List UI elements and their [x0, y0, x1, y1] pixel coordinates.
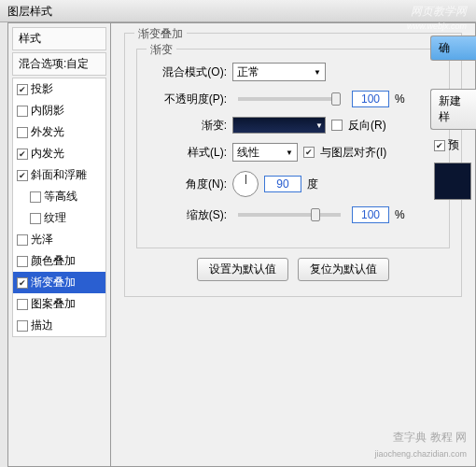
- style-value: 线性: [237, 145, 259, 161]
- preview-label: 预: [448, 137, 459, 153]
- main-panel: 渐变叠加 渐变 混合模式(O): 正常 ▼ 不透明度(P): 100 %: [111, 23, 475, 466]
- preview-swatch: [434, 163, 471, 200]
- style-checkbox[interactable]: [17, 256, 28, 267]
- style-item-label: 光泽: [31, 232, 53, 248]
- style-checkbox[interactable]: [17, 320, 28, 332]
- opacity-label: 不透明度(P):: [147, 92, 227, 107]
- blend-options-item[interactable]: 混合选项:自定: [12, 52, 106, 76]
- style-item-label: 内阴影: [31, 103, 64, 119]
- angle-unit: 度: [307, 177, 318, 192]
- preview-checkbox[interactable]: [434, 140, 445, 151]
- align-checkbox[interactable]: [303, 147, 315, 158]
- style-checkbox[interactable]: [17, 127, 28, 138]
- scale-slider[interactable]: [238, 213, 341, 217]
- style-item-label: 渐变叠加: [31, 275, 76, 290]
- style-item[interactable]: 外发光: [13, 121, 105, 143]
- slider-thumb[interactable]: [311, 208, 320, 221]
- style-checkbox[interactable]: [30, 213, 41, 224]
- ok-button[interactable]: 确: [430, 35, 476, 61]
- style-checkbox[interactable]: [17, 84, 28, 95]
- align-label: 与图层对齐(I): [320, 145, 386, 161]
- style-select[interactable]: 线性 ▼: [232, 143, 298, 162]
- angle-input[interactable]: 90: [264, 176, 301, 192]
- style-item[interactable]: 描边: [13, 315, 105, 336]
- style-list: 投影内阴影外发光内发光斜面和浮雕等高线纹理光泽颜色叠加渐变叠加图案叠加描边: [12, 78, 106, 337]
- sidebar-header[interactable]: 样式: [12, 27, 106, 50]
- style-item[interactable]: 纹理: [13, 207, 105, 229]
- new-style-button[interactable]: 新建样: [430, 89, 476, 130]
- style-item-label: 内发光: [31, 146, 64, 162]
- style-item[interactable]: 等高线: [13, 186, 105, 207]
- reset-default-button[interactable]: 复位为默认值: [298, 258, 389, 281]
- slider-thumb[interactable]: [331, 92, 341, 106]
- style-item[interactable]: 斜面和浮雕: [13, 164, 105, 186]
- style-item[interactable]: 内发光: [13, 143, 105, 164]
- opacity-unit: %: [395, 92, 405, 106]
- style-item-label: 描边: [31, 318, 53, 333]
- style-item-label: 等高线: [44, 189, 77, 205]
- style-item[interactable]: 投影: [13, 78, 105, 100]
- reverse-checkbox[interactable]: [331, 120, 343, 131]
- gradient-overlay-group: 渐变叠加 渐变 混合模式(O): 正常 ▼ 不透明度(P): 100 %: [124, 33, 462, 297]
- scale-unit: %: [395, 208, 405, 221]
- chevron-down-icon: ▼: [286, 149, 293, 157]
- style-item-label: 纹理: [44, 210, 66, 226]
- angle-label: 角度(N):: [147, 177, 227, 192]
- style-checkbox[interactable]: [17, 277, 28, 289]
- blend-mode-select[interactable]: 正常 ▼: [232, 63, 326, 81]
- set-default-button[interactable]: 设置为默认值: [197, 258, 288, 281]
- opacity-input[interactable]: 100: [352, 91, 389, 107]
- sidebar: 样式 混合选项:自定 投影内阴影外发光内发光斜面和浮雕等高线纹理光泽颜色叠加渐变…: [8, 23, 111, 466]
- style-item-label: 外发光: [31, 124, 64, 140]
- style-item[interactable]: 光泽: [13, 229, 105, 250]
- reverse-label: 反向(R): [348, 118, 386, 134]
- style-checkbox[interactable]: [17, 106, 28, 117]
- opacity-slider[interactable]: [238, 97, 341, 101]
- style-item[interactable]: 图案叠加: [13, 293, 105, 315]
- style-item-label: 斜面和浮雕: [31, 167, 87, 183]
- style-item[interactable]: 颜色叠加: [13, 250, 105, 272]
- style-item-label: 投影: [31, 81, 53, 97]
- style-item[interactable]: 内阴影: [13, 100, 105, 121]
- window-titlebar: 图层样式: [0, 0, 476, 22]
- style-item-label: 颜色叠加: [31, 253, 76, 269]
- chevron-down-icon: ▼: [315, 121, 323, 130]
- blend-mode-label: 混合模式(O):: [147, 64, 227, 80]
- chevron-down-icon: ▼: [314, 68, 321, 77]
- style-checkbox[interactable]: [17, 170, 28, 181]
- style-label: 样式(L):: [147, 145, 227, 161]
- angle-dial[interactable]: [232, 171, 259, 197]
- inner-legend: 渐变: [147, 42, 176, 58]
- style-checkbox[interactable]: [17, 149, 28, 160]
- group-legend: 渐变叠加: [134, 26, 187, 42]
- window-title: 图层样式: [7, 5, 52, 18]
- gradient-label: 渐变:: [147, 118, 227, 134]
- style-checkbox[interactable]: [17, 299, 28, 310]
- right-column: 确 新建样 预: [430, 35, 476, 200]
- style-checkbox[interactable]: [30, 191, 41, 203]
- style-item[interactable]: 渐变叠加: [13, 272, 105, 293]
- layer-style-dialog: 样式 混合选项:自定 投影内阴影外发光内发光斜面和浮雕等高线纹理光泽颜色叠加渐变…: [7, 22, 476, 467]
- gradient-picker[interactable]: ▼: [232, 117, 326, 134]
- scale-input[interactable]: 100: [352, 206, 389, 223]
- blend-mode-value: 正常: [237, 64, 259, 80]
- style-item-label: 图案叠加: [31, 296, 76, 312]
- gradient-inner-group: 渐变 混合模式(O): 正常 ▼ 不透明度(P): 100 % 渐变:: [136, 49, 450, 248]
- style-checkbox[interactable]: [17, 234, 28, 246]
- scale-label: 缩放(S):: [147, 207, 227, 223]
